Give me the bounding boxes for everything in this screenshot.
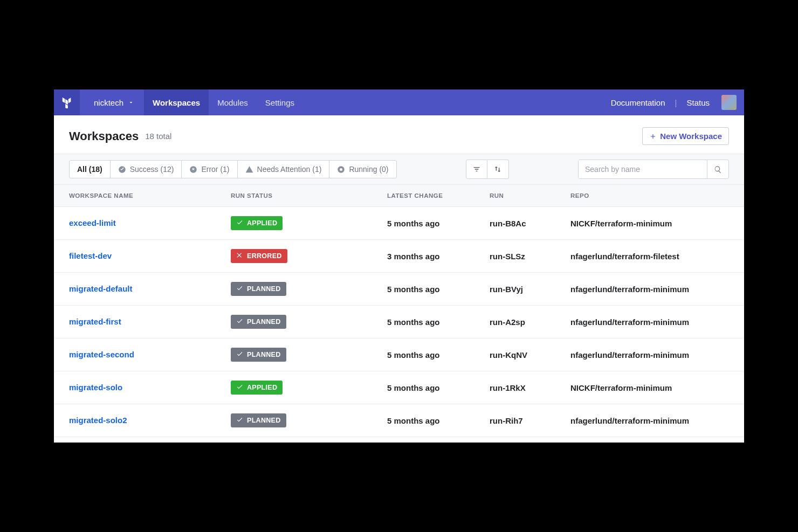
sort-icon [493,165,502,174]
page-header: Workspaces 18 total New Workspace [54,115,744,154]
workspace-link[interactable]: migrated-solo [69,383,122,392]
terraform-logo-icon [61,96,73,108]
latest-change: 5 months ago [387,350,490,360]
table-row: migrate-first-2NEEDS CONFIRMATION3 month… [54,437,744,443]
repo-name: nfagerlund/terraform-minimum [570,350,729,360]
app-frame: nicktech Workspaces Modules Settings Doc… [54,89,744,443]
table-row: migrated-secondPLANNED5 months agorun-Kq… [54,338,744,371]
table-row: migrated-solo2PLANNED5 months agorun-Rih… [54,404,744,437]
status-label: PLANNED [247,285,281,293]
status-label: APPLIED [247,219,277,227]
nav-right: Documentation | Status [611,95,737,110]
search-input[interactable] [579,160,707,178]
workspace-link[interactable]: migrated-first [69,317,121,326]
col-repo: REPO [570,192,729,199]
status-badge: PLANNED [231,282,286,296]
new-workspace-label: New Workspace [660,132,722,141]
planned-icon [236,350,243,359]
latest-change: 5 months ago [387,317,490,327]
plus-icon [649,133,657,140]
filter-bar: All (18) Success (12) Error (1) Needs At… [54,154,744,185]
org-switcher[interactable]: nicktech [87,89,141,115]
status-label: ERRORED [247,252,282,260]
filter-icon [472,165,481,174]
table-row: filetest-devERRORED3 months agorun-SLSzn… [54,240,744,273]
filter-success[interactable]: Success (12) [111,161,182,178]
filter-needs-attention[interactable]: Needs Attention (1) [238,161,330,178]
repo-name: nfagerlund/terraform-filetest [570,252,729,261]
search-button[interactable] [707,160,728,178]
run-id: run-BVyj [490,285,570,294]
table-row: exceed-limitAPPLIED5 months agorun-B8AcN… [54,207,744,240]
error-icon [189,165,197,174]
workspace-link[interactable]: migrated-second [69,350,134,359]
repo-name: nfagerlund/terraform-minimum [570,317,729,327]
chevron-down-icon [128,99,134,106]
warning-icon [245,165,253,174]
org-name: nicktech [94,98,123,107]
filter-all[interactable]: All (18) [70,161,111,178]
run-id: run-Rih7 [490,416,570,425]
status-badge: APPLIED [231,216,283,230]
workspace-link[interactable]: exceed-limit [69,218,116,227]
nav-divider: | [675,98,677,107]
filter-button[interactable] [466,160,487,179]
applied-icon [236,383,243,392]
status-filter-pills: All (18) Success (12) Error (1) Needs At… [69,160,397,178]
col-workspace-name: WORKSPACE NAME [69,192,231,199]
col-latest-change: LATEST CHANGE [387,192,490,199]
latest-change: 3 months ago [387,252,490,261]
nav-tab-settings[interactable]: Settings [257,89,303,115]
page-subtitle: 18 total [145,132,171,141]
latest-change: 5 months ago [387,383,490,392]
status-badge: ERRORED [231,249,287,263]
table-row: migrated-defaultPLANNED5 months agorun-B… [54,273,744,306]
filter-running[interactable]: Running (0) [329,161,396,178]
run-id: run-KqNV [490,350,570,360]
status-badge: APPLIED [231,381,283,395]
latest-change: 5 months ago [387,416,490,425]
table-row: migrated-firstPLANNED5 months agorun-A2s… [54,306,744,338]
success-icon [118,165,126,174]
user-avatar[interactable] [721,95,737,110]
workspace-link[interactable]: migrated-default [69,284,133,293]
filter-error[interactable]: Error (1) [182,161,237,178]
status-badge: PLANNED [231,315,286,329]
repo-name: NICKF/terraform-minimum [570,383,729,392]
toolbar-sort-group [466,160,509,179]
run-id: run-SLSz [490,252,570,261]
nav-tab-workspaces[interactable]: Workspaces [144,89,209,115]
brand-logo[interactable] [54,89,80,115]
status-label: PLANNED [247,318,281,326]
latest-change: 5 months ago [387,285,490,294]
run-id: run-B8Ac [490,219,570,228]
planned-icon [236,317,243,326]
sort-button[interactable] [487,160,509,179]
applied-icon [236,219,243,227]
page-title: Workspaces [69,129,139,143]
nav-tabs: Workspaces Modules Settings [144,89,303,115]
status-label: PLANNED [247,417,281,424]
workspace-link[interactable]: migrated-solo2 [69,416,127,425]
col-run-status: RUN STATUS [231,192,387,199]
table-row: migrated-soloAPPLIED5 months agorun-1RkX… [54,371,744,404]
repo-name: nfagerlund/terraform-minimum [570,416,729,425]
status-label: PLANNED [247,351,281,358]
running-icon [337,165,345,174]
col-run: RUN [490,192,570,199]
workspace-link[interactable]: filetest-dev [69,251,112,260]
repo-name: NICKF/terraform-minimum [570,219,729,228]
nav-link-status[interactable]: Status [686,98,710,107]
nav-link-documentation[interactable]: Documentation [611,98,665,107]
errored-icon [236,252,243,260]
repo-name: nfagerlund/terraform-minimum [570,285,729,294]
planned-icon [236,285,243,293]
status-badge: PLANNED [231,348,286,362]
new-workspace-button[interactable]: New Workspace [642,127,729,145]
search-box [578,160,729,179]
search-icon [714,165,722,174]
nav-tab-modules[interactable]: Modules [209,89,257,115]
svg-point-3 [340,168,342,171]
table-header: WORKSPACE NAME RUN STATUS LATEST CHANGE … [54,185,744,207]
status-badge: PLANNED [231,413,286,427]
